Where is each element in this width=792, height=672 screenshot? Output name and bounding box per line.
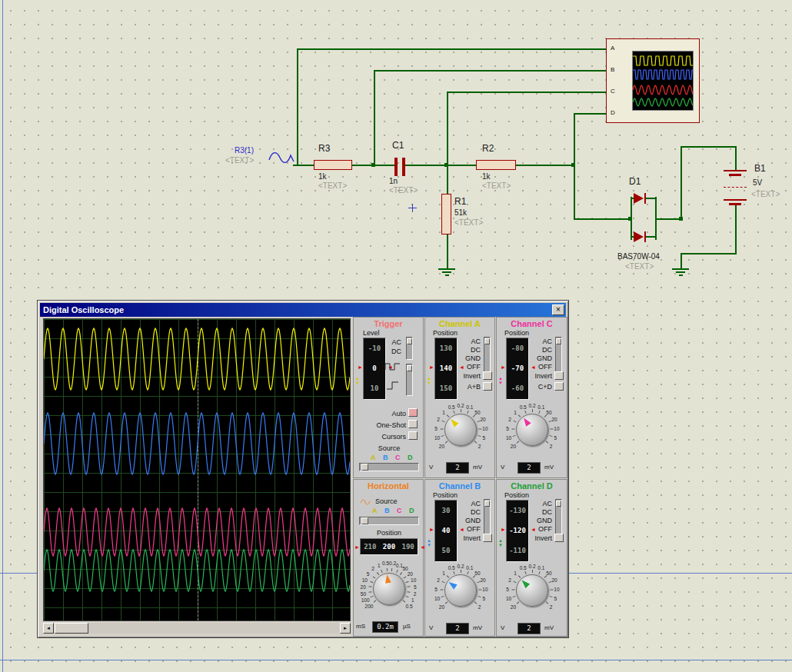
trigger-source-slider[interactable] (359, 463, 419, 471)
auto-label: Auto (386, 410, 406, 418)
nudge-down-icon[interactable]: ▼ (427, 543, 431, 547)
knob-body[interactable] (444, 574, 477, 607)
knob-scale-label: 50 (474, 409, 480, 414)
channel-d-nudge-arrows[interactable]: ▲ ▼ (498, 538, 503, 547)
source-d[interactable]: D (409, 507, 414, 514)
slider-thumb[interactable] (361, 517, 368, 524)
channel-a-invert-button[interactable] (483, 371, 492, 380)
coupling-dc: DC (532, 346, 552, 354)
channel-c-coupling-slider[interactable] (555, 337, 562, 372)
knob-scale-label: 1 (411, 597, 414, 603)
knob-tick (474, 601, 478, 604)
knob-scale-label: 10 (362, 577, 368, 582)
source-b[interactable]: B (384, 507, 390, 514)
one-shot-button[interactable] (408, 420, 418, 428)
scroll-right-icon[interactable]: ► (340, 623, 351, 634)
nudge-down-icon[interactable]: ▼ (498, 381, 503, 385)
channel-c-gain-knob[interactable]: 20105210.50.20.150201052 (498, 399, 567, 459)
channel-c-sum-button[interactable] (554, 382, 564, 391)
signal-generator-symbol[interactable] (268, 149, 295, 166)
diode-d1-top-bar (644, 193, 646, 204)
channel-d-invert-button[interactable] (554, 534, 564, 542)
ground-symbol (438, 268, 455, 270)
resistor-r3[interactable] (314, 160, 352, 170)
channel-a-sum-button[interactable] (483, 382, 492, 391)
channel-a-panel: Channel A Position 130 140 150 ► ◄ ▲ ▼ A… (424, 317, 495, 478)
b1-ref-label: B1 (754, 163, 766, 174)
knob-tick (376, 572, 378, 575)
r1-ref-label: R1 (454, 196, 466, 207)
knob-tick (513, 435, 516, 437)
source-c[interactable]: C (395, 454, 401, 461)
source-d[interactable]: D (408, 454, 413, 461)
battery-b1-plate[interactable] (724, 199, 747, 201)
coupling-ac: AC (532, 338, 552, 345)
channel-c-invert-button[interactable] (554, 371, 564, 380)
trigger-coupling-slider[interactable] (406, 337, 413, 360)
junction-dot (444, 163, 448, 167)
battery-b1-plate[interactable] (729, 174, 741, 176)
knob-scale-label: 0.2 (457, 403, 464, 408)
knob-body[interactable] (516, 574, 548, 607)
horizontal-scrollbar[interactable]: ◄ ► (43, 623, 351, 634)
resistor-r2[interactable] (476, 160, 516, 170)
nudge-down-icon[interactable]: ▼ (427, 381, 431, 385)
resistor-r1[interactable] (441, 194, 451, 235)
knob-body[interactable] (444, 414, 477, 446)
nudge-down-icon[interactable]: ▼ (355, 381, 360, 385)
slider-thumb[interactable] (361, 464, 368, 471)
slider-thumb[interactable] (484, 338, 490, 344)
wire-segment (735, 146, 737, 171)
source-a[interactable]: A (371, 454, 376, 461)
trigger-nudge-arrows[interactable]: ▲ ▼ (355, 376, 360, 385)
knob-tick (478, 596, 481, 597)
channel-b-gain-knob[interactable]: 20105210.50.20.150201052 (427, 560, 495, 620)
channel-a-coupling-slider[interactable] (484, 337, 491, 372)
capacitor-c1-plate[interactable] (394, 158, 398, 176)
channel-d-gain-knob[interactable]: 20105210.50.20.150201052 (498, 560, 567, 620)
battery-b1-plate[interactable] (724, 170, 747, 171)
slider-thumb[interactable] (407, 338, 412, 344)
knob-tick (539, 411, 541, 414)
horizontal-source-slider[interactable] (359, 517, 419, 525)
scroll-left-icon[interactable]: ◄ (43, 623, 54, 634)
diode-d1-top[interactable] (634, 193, 644, 204)
r2-text-label: <TEXT> (482, 181, 511, 190)
knob-scale-label: 50 (546, 409, 551, 414)
channel-a-nudge-arrows[interactable]: ▲ ▼ (427, 376, 431, 385)
auto-button[interactable] (408, 408, 418, 417)
slider-thumb[interactable] (407, 365, 412, 371)
knob-body[interactable] (516, 414, 548, 446)
channel-a-gain-knob[interactable]: 20105210.50.20.150201052 (427, 399, 495, 459)
window-titlebar[interactable]: Digital Oscilloscope × (40, 303, 566, 317)
timebase-knob[interactable]: 2001005020105210.50.20.15020105210.5 (355, 558, 424, 618)
channel-b-invert-button[interactable] (483, 534, 492, 542)
knob-scale-label: 1 (442, 570, 445, 575)
cursors-button[interactable] (408, 431, 418, 440)
capacitor-c1-plate[interactable] (402, 158, 405, 176)
battery-b1-plate[interactable] (729, 203, 741, 205)
knob-scale-label: 0.5 (406, 603, 413, 608)
knob-scale-label: 1 (442, 409, 445, 414)
wire-segment (447, 235, 448, 268)
scroll-thumb[interactable] (55, 623, 88, 634)
channel-c-nudge-arrows[interactable]: ▲ ▼ (498, 376, 503, 385)
channel-b-coupling-slider[interactable] (484, 499, 491, 534)
slider-thumb[interactable] (556, 501, 561, 507)
diode-d1-bottom[interactable] (634, 231, 644, 242)
junction-dot (571, 163, 575, 167)
invert-label: Invert (454, 372, 481, 380)
channel-b-nudge-arrows[interactable]: ▲ ▼ (427, 538, 431, 547)
source-a[interactable]: A (372, 507, 378, 514)
slider-thumb[interactable] (556, 338, 561, 344)
slider-thumb[interactable] (484, 501, 490, 507)
nudge-down-icon[interactable]: ▼ (498, 543, 503, 547)
source-c[interactable]: C (397, 507, 402, 514)
coupling-dc: DC (461, 346, 481, 354)
close-button[interactable]: × (552, 304, 564, 315)
source-b[interactable]: B (383, 454, 388, 461)
channel-d-coupling-slider[interactable] (555, 499, 562, 534)
channel-b-title: Channel B (425, 481, 494, 491)
trigger-edge-slider[interactable] (406, 364, 413, 396)
knob-tick (461, 409, 461, 412)
